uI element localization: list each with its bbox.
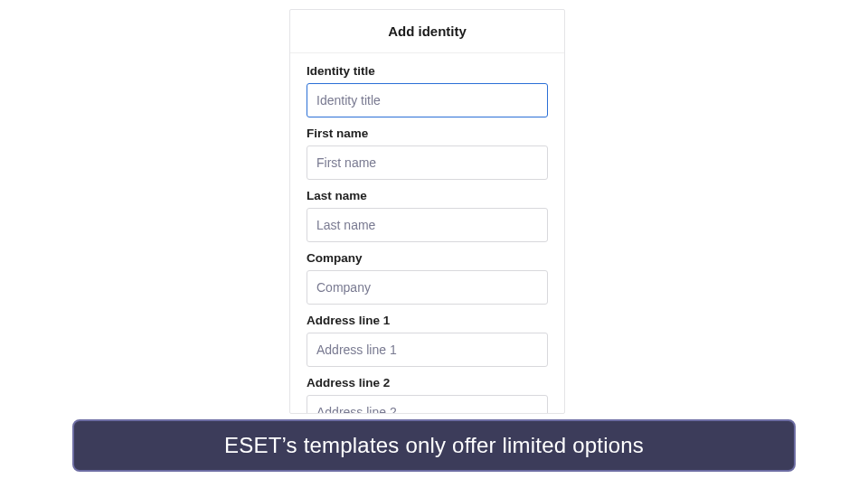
caption-text: ESET’s templates only offer limited opti…: [224, 433, 644, 458]
field-label: First name: [307, 127, 548, 140]
panel-header: Add identity: [290, 10, 564, 53]
panel-body-wrap: Identity title First name Last name Comp…: [290, 53, 564, 413]
field-address-line-2: Address line 2: [307, 376, 548, 413]
caption-bar: ESET’s templates only offer limited opti…: [72, 419, 796, 472]
field-company: Company: [307, 251, 548, 305]
address-line-1-input[interactable]: [307, 333, 548, 367]
field-last-name: Last name: [307, 189, 548, 242]
panel-title: Add identity: [388, 23, 467, 39]
address-line-2-input[interactable]: [307, 395, 548, 413]
identity-title-input[interactable]: [307, 83, 548, 117]
field-identity-title: Identity title: [307, 64, 548, 117]
field-first-name: First name: [307, 127, 548, 180]
field-label: Company: [307, 251, 548, 265]
first-name-input[interactable]: [307, 145, 548, 180]
field-address-line-1: Address line 1: [307, 314, 548, 367]
field-label: Identity title: [307, 64, 548, 78]
add-identity-panel: Add identity Identity title First name L…: [289, 9, 565, 414]
panel-body[interactable]: Identity title First name Last name Comp…: [290, 53, 564, 413]
field-label: Address line 1: [307, 314, 548, 327]
company-input[interactable]: [307, 270, 548, 305]
field-label: Last name: [307, 189, 548, 202]
last-name-input[interactable]: [307, 208, 548, 242]
field-label: Address line 2: [307, 376, 548, 389]
